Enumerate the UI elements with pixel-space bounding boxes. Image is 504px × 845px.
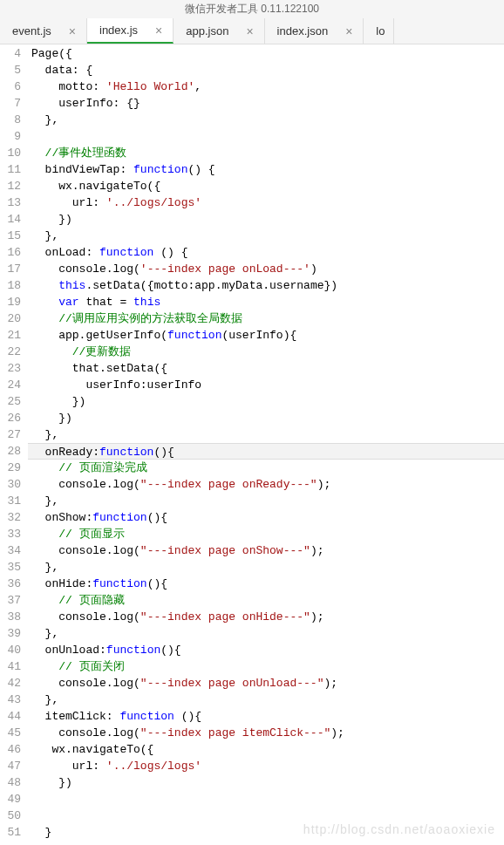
line-number: 33 [0,526,21,542]
code-line[interactable]: }, [28,559,504,576]
line-number: 5 [0,62,21,78]
line-gutter: 4567891011121314151617181920212223242526… [0,44,28,841]
code-line[interactable]: itemClick: function (){ [28,708,504,725]
code-line[interactable]: // 页面关闭 [28,658,504,675]
line-number: 45 [0,725,21,741]
code-line[interactable]: }, [28,228,504,244]
code-line[interactable]: }, [28,692,504,708]
code-line[interactable]: url: '../logs/logs' [28,758,504,774]
line-number: 41 [0,658,21,675]
close-icon[interactable]: × [344,24,354,38]
line-number: 29 [0,460,21,476]
tab-label: index.js [99,24,138,37]
line-number: 34 [0,542,21,559]
code-line[interactable]: this.setData({motto:app.myData.username}… [28,277,504,294]
code-line[interactable]: onHide:function(){ [28,576,504,592]
tab-event-js[interactable]: event.js× [0,18,87,44]
line-number: 6 [0,78,21,95]
line-number: 30 [0,476,21,493]
code-line[interactable]: motto: 'Hello World', [28,78,504,95]
code-line[interactable]: bindViewTap: function() { [28,161,504,178]
tab-label: lo [376,24,385,37]
code-line[interactable]: }) [28,393,504,410]
code-line[interactable]: //调用应用实例的方法获取全局数据 [28,310,504,327]
code-line[interactable]: }, [28,493,504,509]
code-line[interactable]: onLoad: function () { [28,244,504,261]
code-line[interactable]: app.getUserInfo(function(userInfo){ [28,327,504,344]
code-line[interactable]: console.log('---index page onLoad---') [28,261,504,277]
code-line[interactable]: }) [28,410,504,426]
tab-index-json[interactable]: index.json× [265,18,364,44]
code-line[interactable]: // 页面显示 [28,526,504,542]
tab-lo[interactable]: lo [364,18,394,44]
code-line[interactable]: onUnload:function(){ [28,642,504,658]
code-line[interactable]: wx.navigateTo({ [28,178,504,194]
line-number: 49 [0,791,21,808]
code-line[interactable]: userInfo: {} [28,95,504,112]
line-number: 50 [0,808,21,824]
code-editor[interactable]: 4567891011121314151617181920212223242526… [0,44,504,841]
line-number: 27 [0,426,21,443]
line-number: 51 [0,824,21,841]
line-number: 11 [0,161,21,178]
line-number: 23 [0,360,21,377]
line-number: 8 [0,112,21,128]
line-number: 9 [0,128,21,145]
code-line[interactable]: that.setData({ [28,360,504,377]
close-icon[interactable]: × [244,24,255,38]
line-number: 21 [0,327,21,344]
line-number: 13 [0,194,21,211]
watermark: http://blog.csdn.net/aoaoxiexie [303,822,495,836]
tab-app-json[interactable]: app.json× [174,18,264,44]
code-line[interactable]: console.log("---index page itemClick---"… [28,725,504,741]
code-line[interactable] [28,791,504,808]
code-line[interactable]: data: { [28,62,504,78]
code-line[interactable]: console.log("---index page onHide---"); [28,609,504,625]
line-number: 4 [0,45,21,62]
code-line[interactable]: onShow:function(){ [28,509,504,526]
code-line[interactable]: console.log("---index page onReady---"); [28,476,504,493]
code-line[interactable]: // 页面渲染完成 [28,460,504,476]
code-line[interactable]: Page({ [28,45,504,62]
line-number: 16 [0,244,21,261]
code-line[interactable]: url: '../logs/logs' [28,194,504,211]
line-number: 46 [0,741,21,758]
code-area[interactable]: Page({ data: { motto: 'Hello World', use… [28,44,504,841]
tab-bar: event.js×index.js×app.json×index.json×lo [0,18,504,44]
code-line[interactable]: }, [28,625,504,642]
line-number: 39 [0,625,21,642]
code-line[interactable]: //事件处理函数 [28,145,504,161]
line-number: 42 [0,675,21,692]
close-icon[interactable]: × [153,24,164,37]
line-number: 47 [0,758,21,774]
line-number: 12 [0,178,21,194]
line-number: 20 [0,310,21,327]
code-line[interactable]: var that = this [28,294,504,310]
tab-index-js[interactable]: index.js× [87,18,174,44]
code-line[interactable]: console.log("---index page onUnload---")… [28,675,504,692]
line-number: 35 [0,559,21,576]
tab-label: event.js [12,24,51,37]
line-number: 32 [0,509,21,526]
code-line[interactable]: //更新数据 [28,344,504,360]
line-number: 25 [0,393,21,410]
code-line[interactable]: }) [28,774,504,791]
code-line[interactable]: // 页面隐藏 [28,592,504,609]
code-line[interactable]: }, [28,426,504,443]
code-line[interactable]: wx.navigateTo({ [28,741,504,758]
line-number: 17 [0,261,21,277]
line-number: 14 [0,211,21,228]
line-number: 43 [0,692,21,708]
code-line[interactable] [28,128,504,145]
line-number: 24 [0,377,21,393]
line-number: 44 [0,708,21,725]
code-line[interactable]: }) [28,211,504,228]
code-line[interactable]: userInfo:userInfo [28,377,504,393]
code-line[interactable]: onReady:function(){ [28,443,504,460]
code-line[interactable]: }, [28,112,504,128]
close-icon[interactable]: × [67,24,78,38]
line-number: 36 [0,576,21,592]
line-number: 19 [0,294,21,310]
line-number: 37 [0,592,21,609]
code-line[interactable]: console.log("---index page onShow---"); [28,542,504,559]
